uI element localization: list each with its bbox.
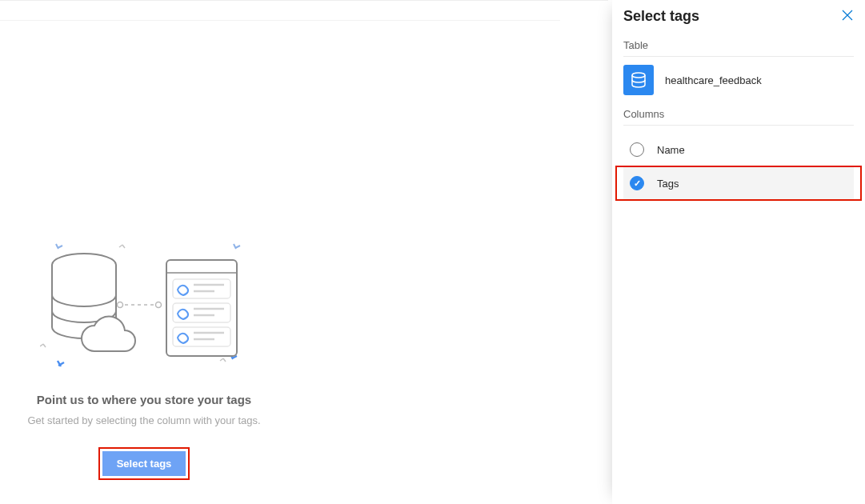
select-tags-button-highlight: Select tags xyxy=(98,447,190,480)
svg-point-1 xyxy=(118,302,123,308)
empty-state-subtitle: Get started by selecting the column with… xyxy=(16,414,272,426)
table-name: healthcare_feedback xyxy=(665,74,762,86)
svg-point-3 xyxy=(156,302,162,308)
top-divider xyxy=(0,20,560,21)
column-option-tags-highlight: Tags xyxy=(615,166,862,201)
column-option-name[interactable]: Name xyxy=(623,134,854,166)
database-icon xyxy=(623,65,654,95)
divider xyxy=(623,56,854,57)
table-section-label: Table xyxy=(623,39,854,51)
divider xyxy=(623,125,854,126)
table-row[interactable]: healthcare_feedback xyxy=(623,65,854,95)
radio-checked-icon xyxy=(630,176,644,190)
empty-state: Point us to where you store your tags Ge… xyxy=(16,241,272,480)
column-option-tags[interactable]: Tags xyxy=(623,167,854,199)
empty-state-title: Point us to where you store your tags xyxy=(16,393,272,406)
close-icon[interactable] xyxy=(841,9,854,24)
svg-point-15 xyxy=(632,73,645,78)
radio-unchecked-icon xyxy=(630,142,644,157)
panel-title: Select tags xyxy=(623,8,699,25)
select-tags-button[interactable]: Select tags xyxy=(102,451,186,476)
column-label: Tags xyxy=(657,178,679,190)
panel-header: Select tags xyxy=(623,8,854,25)
tags-illustration xyxy=(40,241,248,369)
column-label: Name xyxy=(657,144,685,156)
columns-section-label: Columns xyxy=(623,108,854,120)
main-content: Point us to where you store your tags Ge… xyxy=(0,0,608,504)
columns-section: Columns Name Tags xyxy=(623,108,854,201)
select-tags-panel: Select tags Table healthcare_feedback Co… xyxy=(612,0,865,504)
